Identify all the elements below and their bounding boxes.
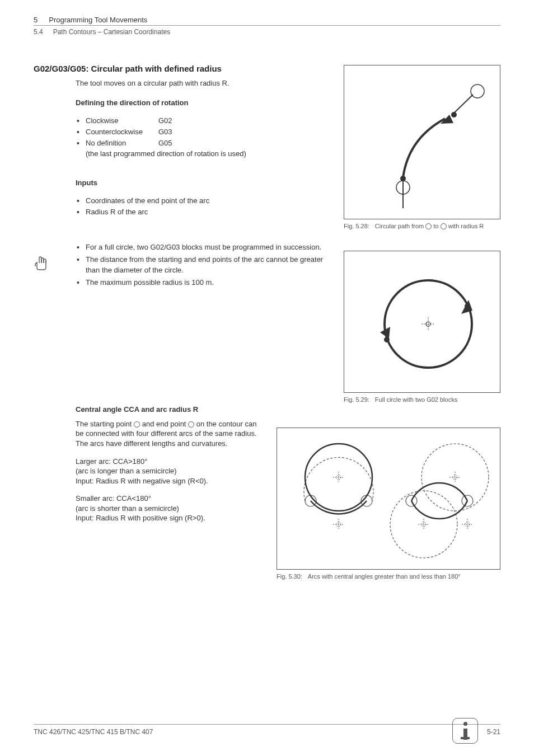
- rotation-subhead: Defining the direction of rotation: [76, 98, 355, 107]
- section-number: 5.4: [34, 28, 43, 36]
- chapter-title: Programming Tool Movements: [49, 16, 147, 24]
- footer-right: 5-21: [487, 728, 500, 736]
- end-point-icon: [188, 421, 194, 428]
- note-block: For a full circle, two G02/G03 blocks mu…: [76, 242, 339, 288]
- figure-5-30-caption: Fig. 5.30: Arcs with central angles grea…: [277, 573, 500, 580]
- figure-5-29-caption: Fig. 5.29: Full circle with two G02 bloc…: [344, 396, 500, 403]
- cca-heading: Central angle CCA and arc radius R: [76, 405, 260, 414]
- start-point-icon: [134, 421, 140, 428]
- rotation-item: Counterclockwise G03: [76, 127, 355, 137]
- smaller-arc-block: Smaller arc: CCA<180° (arc is shorter th…: [76, 494, 260, 523]
- figure-5-28: [344, 65, 500, 219]
- page-footer: TNC 426/TNC 425/TNC 415 B/TNC 407 5-21: [34, 724, 500, 736]
- inputs-list: Coordinates of the end point of the arc …: [76, 196, 355, 217]
- rotation-list: Clockwise G02 Counterclockwise G03 No de…: [76, 116, 355, 159]
- chapter-number: 5: [34, 16, 38, 24]
- inputs-item: Radius R of the arc: [76, 207, 355, 217]
- svg-point-3: [452, 112, 456, 117]
- cca-description: The starting point and end point on the …: [76, 419, 260, 449]
- chapter-header: 5 Programming Tool Movements: [34, 16, 500, 26]
- note-item: The maximum possible radius is 100 m.: [76, 278, 339, 288]
- figure-5-29: [344, 251, 500, 393]
- inputs-item: Coordinates of the end point of the arc: [76, 196, 355, 206]
- note-item: The distance from the starting and end p…: [76, 255, 339, 275]
- svg-line-4: [454, 95, 473, 113]
- info-icon: [452, 718, 478, 744]
- svg-point-11: [385, 337, 389, 342]
- rotation-item: No definition G05 (the last programmed d…: [76, 138, 355, 158]
- section-title: Path Contours – Cartesian Coordinates: [53, 28, 170, 36]
- note-item: For a full circle, two G02/G03 blocks mu…: [76, 242, 339, 252]
- svg-point-6: [471, 84, 484, 98]
- intro-text: The tool moves on a circular path with r…: [76, 79, 355, 87]
- notes-list: For a full circle, two G02/G03 blocks mu…: [76, 242, 339, 288]
- inputs-subhead: Inputs: [76, 179, 355, 187]
- start-point-icon: [425, 223, 432, 229]
- section-header: 5.4 Path Contours – Cartesian Coordinate…: [34, 28, 500, 36]
- figure-5-30: [277, 428, 500, 570]
- rotation-item: Clockwise G02: [76, 116, 355, 126]
- footer-left: TNC 426/TNC 425/TNC 415 B/TNC 407: [34, 728, 153, 736]
- body-column: The tool moves on a circular path with r…: [76, 79, 355, 217]
- figure-5-28-caption: Fig. 5.28: Circular path from to with ra…: [344, 223, 500, 229]
- end-point-icon: [441, 223, 447, 229]
- note-hand-icon: [34, 255, 49, 272]
- larger-arc-block: Larger arc: CCA>180° (arc is longer than…: [76, 457, 260, 486]
- cca-block: Central angle CCA and arc radius R The s…: [76, 405, 260, 523]
